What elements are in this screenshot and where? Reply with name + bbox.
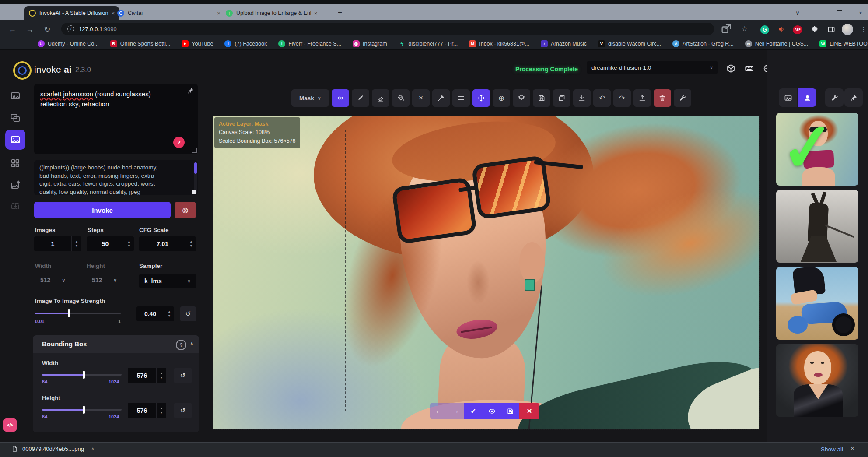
bbox-height-reset-button[interactable]: ↺	[174, 403, 192, 418]
bookmark-disciplenei[interactable]: ϟdisciplenei777 - Pr...	[399, 40, 458, 47]
bbox-width-reset-button[interactable]: ↺	[174, 368, 192, 383]
bookmark-udemy[interactable]: UUdemy - Online Co...	[38, 40, 99, 47]
next-image-button[interactable]: →	[447, 403, 464, 419]
minimize-button[interactable]: −	[811, 8, 826, 18]
pin-icon[interactable]	[187, 87, 194, 96]
step-down-icon[interactable]: ▼	[128, 244, 131, 248]
save-to-gallery-button[interactable]	[533, 89, 550, 107]
clear-mask-button[interactable]: ×	[412, 89, 430, 107]
share-icon[interactable]	[720, 23, 732, 34]
bookmark-wacom[interactable]: Vdisable Wacom Circ...	[598, 40, 661, 47]
step-up-icon[interactable]: ▲	[160, 406, 163, 411]
step-up-icon[interactable]: ▲	[160, 371, 163, 376]
help-icon[interactable]: ?	[176, 340, 186, 350]
step-up-icon[interactable]: ▲	[128, 239, 131, 244]
model-manager-icon[interactable]	[724, 62, 737, 74]
tab-text-to-image[interactable]	[5, 86, 25, 106]
cfg-scale-input[interactable]: 7.01▲▼	[139, 236, 196, 251]
tab-image-to-image[interactable]	[5, 108, 25, 128]
redo-button[interactable]: ↷	[613, 89, 631, 107]
copy-to-clipboard-button[interactable]	[553, 89, 570, 107]
close-button[interactable]: ×	[853, 8, 868, 18]
steps-input[interactable]: 50▲▼	[87, 236, 134, 251]
brush-options-button[interactable]	[452, 89, 470, 107]
previous-image-button[interactable]: ←	[430, 403, 447, 419]
fill-tool-button[interactable]	[392, 89, 410, 107]
restore-button[interactable]	[832, 8, 847, 18]
sidebar-icon[interactable]	[825, 24, 837, 35]
steps-stepper[interactable]: ▲▼	[124, 236, 134, 251]
save-result-button[interactable]	[501, 403, 519, 419]
height-select[interactable]: 512∨	[92, 277, 117, 284]
gallery-settings-wrench-button[interactable]	[825, 88, 844, 107]
browser-menu-icon[interactable]: ⋮	[858, 24, 868, 35]
strength-stepper[interactable]: ▲▼	[164, 306, 174, 321]
bookmark-inbox[interactable]: MInbox - klk56831@...	[469, 40, 529, 47]
back-icon[interactable]: ←	[6, 24, 18, 35]
gallery-thumbnail[interactable]	[776, 267, 858, 340]
downloads-close-icon[interactable]: ×	[850, 444, 854, 452]
bookmark-youtube[interactable]: ▶YouTube	[182, 40, 213, 47]
undo-button[interactable]: ↶	[593, 89, 611, 107]
cfg-stepper[interactable]: ▲▼	[186, 236, 196, 251]
strength-input[interactable]: 0.40▲▼	[136, 306, 174, 321]
prompt-resize-handle[interactable]	[192, 148, 197, 153]
titlebar-menu-icon[interactable]: ∨	[790, 8, 805, 18]
bbox-height-input[interactable]: 576▲▼	[128, 403, 166, 418]
new-tab-button[interactable]: +	[332, 8, 347, 18]
negative-resize-handle[interactable]	[192, 190, 196, 194]
gallery-results-toggle[interactable]	[798, 88, 816, 107]
volume-extension-icon[interactable]	[775, 24, 788, 35]
bookmark-artstation[interactable]: AArtStation - Greg R...	[672, 40, 734, 47]
gallery-thumbnail[interactable]	[776, 190, 858, 263]
bookmark-fiverr[interactable]: fFiverr - Freelance S...	[278, 40, 341, 47]
pin-gallery-button[interactable]	[844, 88, 863, 107]
site-info-icon[interactable]: i	[67, 25, 74, 32]
step-down-icon[interactable]: ▼	[160, 376, 163, 380]
canvas-settings-wrench-button[interactable]	[674, 89, 691, 107]
brush-tool-button[interactable]	[352, 89, 369, 107]
console-toggle-button[interactable]: </>	[4, 418, 17, 432]
download-item[interactable]: 000979.40d74eb5....png ∧	[11, 445, 94, 453]
tab-unified-canvas[interactable]	[5, 130, 25, 150]
discard-button[interactable]: ×	[519, 403, 539, 419]
step-down-icon[interactable]: ▼	[75, 244, 78, 248]
collapse-chevron-icon[interactable]: ∧	[190, 341, 194, 347]
gallery-thumbnail-selected[interactable]: ✓	[776, 113, 858, 186]
show-all-link[interactable]: Show all	[821, 446, 843, 453]
bookmark-neil-fontaine[interactable]: ∞Neil Fontaine | CGS...	[745, 40, 808, 47]
abp-extension-icon[interactable]: ABP	[793, 25, 802, 34]
model-select[interactable]: dreamlike-diffusion-1.0 ∨	[587, 61, 718, 74]
tab-training[interactable]	[5, 196, 25, 216]
forward-icon[interactable]: →	[24, 24, 36, 35]
bookmark-amazon-music[interactable]: ♪Amazon Music	[541, 40, 587, 47]
delete-button[interactable]	[654, 89, 671, 107]
bookmark-star-icon[interactable]: ☆	[738, 23, 751, 34]
layer-select[interactable]: Mask∨	[291, 89, 329, 107]
address-bar[interactable]: i 127.0.0.1:9090	[61, 23, 714, 35]
step-up-icon[interactable]: ▲	[190, 239, 193, 244]
upload-button[interactable]	[634, 89, 651, 107]
grammarly-extension-icon[interactable]: G	[760, 25, 769, 34]
images-stepper[interactable]: ▲▼	[71, 236, 81, 251]
bookmark-instagram[interactable]: ◎Instagram	[353, 40, 387, 47]
step-down-icon[interactable]: ▼	[190, 244, 193, 248]
cancel-button[interactable]: ⊗	[175, 202, 196, 218]
bookmark-webtoon[interactable]: WLINE WEBTOON - G...	[819, 40, 868, 47]
scrollbar-thumb[interactable]	[194, 162, 197, 174]
show-hide-eye-button[interactable]	[483, 403, 501, 419]
images-input[interactable]: 1▲▼	[34, 236, 81, 251]
bbox-width-input[interactable]: 576▲▼	[128, 368, 166, 383]
merge-layers-button[interactable]	[513, 89, 530, 107]
chevron-up-icon[interactable]: ∧	[91, 446, 94, 452]
hotkeys-keyboard-icon[interactable]	[743, 62, 755, 74]
step-down-icon[interactable]: ▼	[160, 411, 163, 415]
canvas-bounding-box[interactable]	[345, 130, 626, 411]
extensions-puzzle-icon[interactable]	[808, 24, 821, 35]
mask-toggle-button[interactable]: ∞	[332, 89, 349, 107]
bbox-height-slider-thumb[interactable]	[83, 406, 85, 414]
accept-button[interactable]: ✓	[464, 403, 483, 419]
reset-view-button[interactable]: ⊕	[493, 89, 510, 107]
tab-post-processing[interactable]	[5, 175, 25, 195]
move-tool-button[interactable]	[472, 89, 490, 107]
